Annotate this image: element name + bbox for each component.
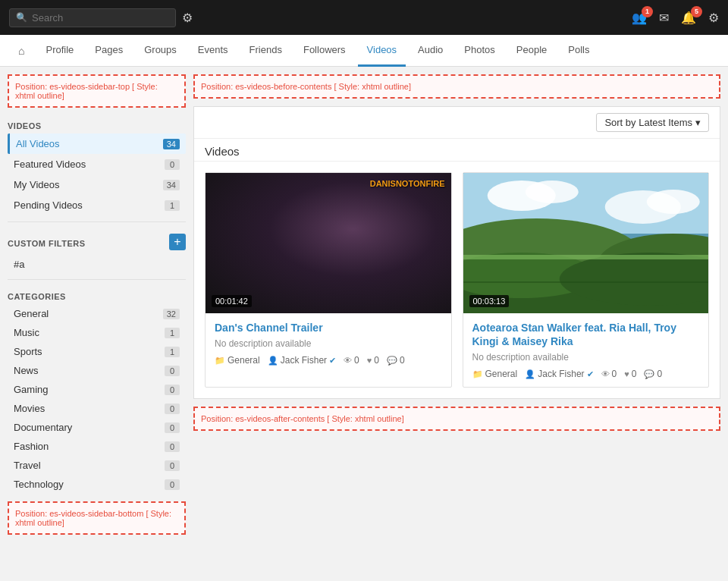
video-comments-2: 💬 0 (644, 369, 662, 379)
video-title-2[interactable]: Aotearoa Stan Walker feat. Ria Hall, Tro… (472, 321, 700, 348)
settings-icon[interactable]: ⚙ (708, 11, 719, 25)
sidebar: Position: es-videos-sidebar-top [ Style:… (8, 74, 186, 535)
search-input[interactable] (32, 12, 153, 24)
sidebar-position-top: Position: es-videos-sidebar-top [ Style:… (8, 74, 186, 108)
gear-icon[interactable]: ⚙ (182, 11, 193, 25)
position-after-contents: Position: es-videos-after-contents [ Sty… (193, 407, 720, 431)
video-info-1: Dan's Channel Trailer No description ava… (206, 313, 451, 373)
nav-people[interactable]: People (507, 35, 556, 67)
main-content: Position: es-videos-before-contents [ St… (193, 74, 720, 535)
nav-followers[interactable]: Followers (294, 35, 355, 67)
svg-rect-0 (206, 173, 451, 313)
video-duration-2: 00:03:13 (469, 295, 510, 307)
video-likes-1: ♥ 0 (367, 355, 379, 366)
video-likes-2: ♥ 0 (624, 369, 636, 379)
svg-point-8 (262, 190, 266, 194)
pending-videos-count: 1 (165, 200, 180, 211)
thumb-svg-2 (463, 173, 709, 313)
svg-rect-3 (279, 255, 378, 313)
nav-audio[interactable]: Audio (409, 35, 452, 67)
sidebar-my-videos[interactable]: My Videos 34 (8, 174, 186, 195)
video-author-2: 👤 Jack Fisher ✔ (525, 369, 593, 379)
nav-groups[interactable]: Groups (135, 35, 186, 67)
add-filter-button[interactable]: + (169, 234, 186, 250)
sort-label: Sort by Latest Items (604, 117, 692, 128)
video-info-2: Aotearoa Stan Walker feat. Ria Hall, Tro… (463, 313, 709, 387)
video-category-2: 📁 General (472, 369, 518, 379)
nav-videos[interactable]: Videos (358, 35, 406, 67)
sidebar-all-videos[interactable]: All Videos 34 (8, 133, 186, 154)
category-documentary[interactable]: Documentary 0 (8, 418, 186, 437)
top-navigation: 🔍 ⚙ 👥 1 ✉ 🔔 5 ⚙ (0, 0, 728, 35)
video-views-1: 👁 0 (344, 355, 359, 366)
video-views-2: 👁 0 (601, 369, 617, 379)
search-box[interactable]: 🔍 (9, 8, 176, 27)
eye-icon: 👁 (344, 356, 352, 365)
custom-filters-title: CUSTOM FILTERS (8, 233, 86, 251)
sidebar-featured-videos[interactable]: Featured Videos 0 (8, 154, 186, 174)
sidebar-pending-videos[interactable]: Pending Videos 1 (8, 195, 186, 215)
svg-point-9 (397, 200, 403, 206)
category-general[interactable]: General 32 (8, 304, 186, 323)
nav-pages[interactable]: Pages (86, 35, 132, 67)
video-card-2: 00:03:13 Aotearoa Stan Walker feat. Ria … (463, 172, 710, 388)
custom-filters-header: CUSTOM FILTERS + (8, 228, 186, 256)
sort-dropdown[interactable]: Sort by Latest Items ▾ (596, 113, 709, 132)
video-title-1[interactable]: Dan's Channel Trailer (215, 321, 442, 334)
svg-point-2 (300, 194, 357, 258)
svg-point-7 (246, 193, 252, 199)
chevron-down-icon: ▾ (695, 117, 701, 128)
nav-friends[interactable]: Friends (240, 35, 291, 67)
nav-polls[interactable]: Polls (559, 35, 598, 67)
search-icon: 🔍 (16, 12, 27, 23)
notifications-button[interactable]: 👥 1 (632, 11, 647, 25)
svg-rect-1 (206, 173, 451, 313)
video-description-1: No description available (215, 338, 442, 349)
nav-photos[interactable]: Photos (455, 35, 504, 67)
heart-icon: ♥ (367, 356, 372, 365)
messages-icon: ✉ (659, 11, 669, 24)
thumb-svg-1 (206, 173, 451, 313)
video-category-1: 📁 General (215, 355, 260, 366)
messages-button[interactable]: ✉ (659, 11, 669, 25)
nav-profile[interactable]: Profile (36, 35, 83, 67)
alerts-button[interactable]: 🔔 5 (681, 11, 696, 25)
comment-icon-2: 💬 (644, 369, 654, 379)
verified-icon-2: ✔ (587, 369, 594, 379)
video-duration-1: 00:01:42 (212, 295, 252, 307)
sub-navigation: ⌂ Profile Pages Groups Events Friends Fo… (0, 35, 728, 67)
category-sports[interactable]: Sports 1 (8, 342, 186, 361)
videos-panel-top-bar: Sort by Latest Items ▾ (194, 107, 720, 139)
videos-grid: DANISNOTONFIRE 00:01:42 Dan's Channel Tr… (194, 162, 720, 398)
main-layout: Position: es-videos-sidebar-top [ Style:… (0, 67, 728, 542)
svg-point-6 (307, 208, 350, 256)
alerts-badge: 5 (691, 6, 702, 17)
category-fashion[interactable]: Fashion 0 (8, 437, 186, 456)
video-thumbnail-1[interactable]: DANISNOTONFIRE 00:01:42 (206, 173, 451, 313)
home-nav-button[interactable]: ⌂ (9, 35, 33, 67)
categories-title: CATEGORIES (8, 286, 186, 304)
nav-events[interactable]: Events (189, 35, 237, 67)
video-comments-1: 💬 0 (387, 355, 405, 366)
folder-icon-2: 📁 (472, 369, 483, 379)
category-technology[interactable]: Technology 0 (8, 475, 186, 494)
videos-panel-title-row: Videos (194, 139, 720, 162)
category-movies[interactable]: Movies 0 (8, 399, 186, 418)
all-videos-count: 34 (163, 139, 180, 149)
video-meta-1: 📁 General 👤 Jack Fisher ✔ 👁 0 (215, 355, 442, 366)
category-music[interactable]: Music 1 (8, 323, 186, 342)
category-travel[interactable]: Travel 0 (8, 456, 186, 475)
video-description-2: No description available (472, 352, 700, 363)
top-nav-left: 🔍 ⚙ (9, 8, 193, 27)
category-news[interactable]: News 0 (8, 361, 186, 380)
videos-panel: Sort by Latest Items ▾ Videos (193, 106, 720, 399)
sidebar-position-bottom: Position: es-videos-sidebar-bottom [ Sty… (8, 501, 186, 535)
video-thumbnail-2[interactable]: 00:03:13 (463, 173, 709, 313)
svg-rect-22 (463, 255, 709, 259)
folder-icon: 📁 (215, 356, 225, 366)
category-gaming[interactable]: Gaming 0 (8, 380, 186, 399)
svg-point-4 (300, 197, 357, 228)
videos-heading: Videos (205, 145, 240, 158)
hash-filter-item[interactable]: #a (8, 256, 186, 273)
heart-icon-2: ♥ (624, 369, 629, 378)
